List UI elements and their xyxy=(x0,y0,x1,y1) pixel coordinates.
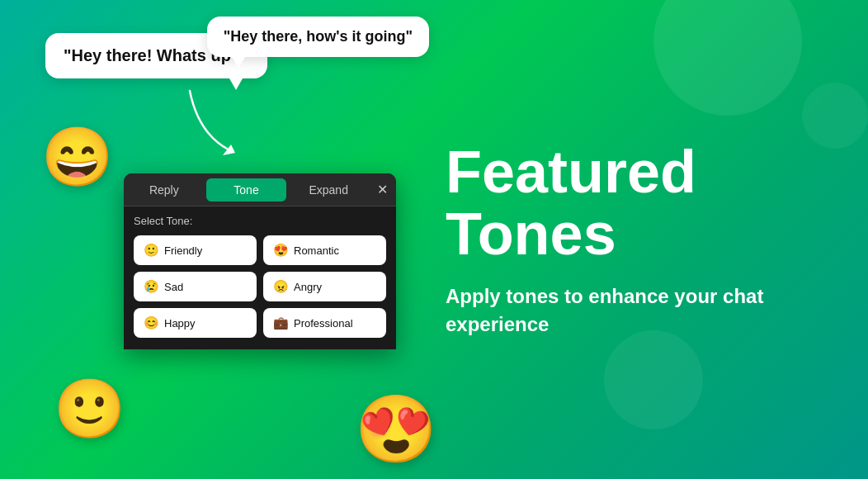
sad-emoji: 😢 xyxy=(144,279,159,294)
angry-emoji: 😠 xyxy=(273,279,289,294)
tone-panel-body: Select Tone: 🙂 Friendly 😍 Romantic 😢 Sad xyxy=(124,206,396,349)
tone-professional[interactable]: 💼 Professional xyxy=(263,308,386,338)
tone-happy[interactable]: 😊 Happy xyxy=(134,308,257,338)
app-panel: Reply Tone Expand ✕ Select Tone: 🙂 Frien… xyxy=(124,173,396,349)
heart-eyes-emoji: 😍 xyxy=(355,396,437,462)
featured-title: Featured Tones xyxy=(446,141,818,266)
angry-label: Angry xyxy=(294,281,322,293)
speech-bubble-2: "Hey there, how's it going" xyxy=(207,17,429,57)
title-line1: Featured xyxy=(446,139,696,205)
romantic-label: Romantic xyxy=(294,244,339,257)
tone-section-label: Select Tone: xyxy=(134,215,386,227)
tone-angry[interactable]: 😠 Angry xyxy=(263,272,386,301)
bubble2-text: "Hey there, how's it going" xyxy=(224,28,413,45)
tab-close-button[interactable]: ✕ xyxy=(369,173,396,206)
professional-label: Professional xyxy=(294,317,353,330)
romantic-emoji: 😍 xyxy=(273,243,289,258)
sad-label: Sad xyxy=(164,281,183,293)
tone-friendly[interactable]: 🙂 Friendly xyxy=(134,235,257,265)
happy-emoji: 😊 xyxy=(144,315,159,330)
tab-bar: Reply Tone Expand ✕ xyxy=(124,173,396,206)
laugh-emoji: 😄 xyxy=(41,128,113,186)
happy-label: Happy xyxy=(164,317,196,330)
friendly-emoji: 🙂 xyxy=(144,243,159,258)
tab-expand[interactable]: Expand xyxy=(288,175,369,205)
tone-romantic[interactable]: 😍 Romantic xyxy=(263,235,386,265)
featured-description: Apply tones to enhance your chat experie… xyxy=(446,282,818,338)
title-line2: Tones xyxy=(446,201,616,267)
tab-reply[interactable]: Reply xyxy=(124,175,205,205)
smile-emoji: 🙂 xyxy=(54,380,125,438)
friendly-label: Friendly xyxy=(164,244,202,257)
tab-tone[interactable]: Tone xyxy=(206,178,287,202)
arrow-icon xyxy=(182,83,248,157)
tone-sad[interactable]: 😢 Sad xyxy=(134,272,257,301)
left-side: "Hey there! Whats up?" "Hey there, how's… xyxy=(0,0,429,479)
main-container: "Hey there! Whats up?" "Hey there, how's… xyxy=(0,0,868,479)
tone-grid: 🙂 Friendly 😍 Romantic 😢 Sad 😠 Angry xyxy=(134,235,386,338)
professional-emoji: 💼 xyxy=(273,315,289,330)
right-side: Featured Tones Apply tones to enhance yo… xyxy=(429,0,868,479)
